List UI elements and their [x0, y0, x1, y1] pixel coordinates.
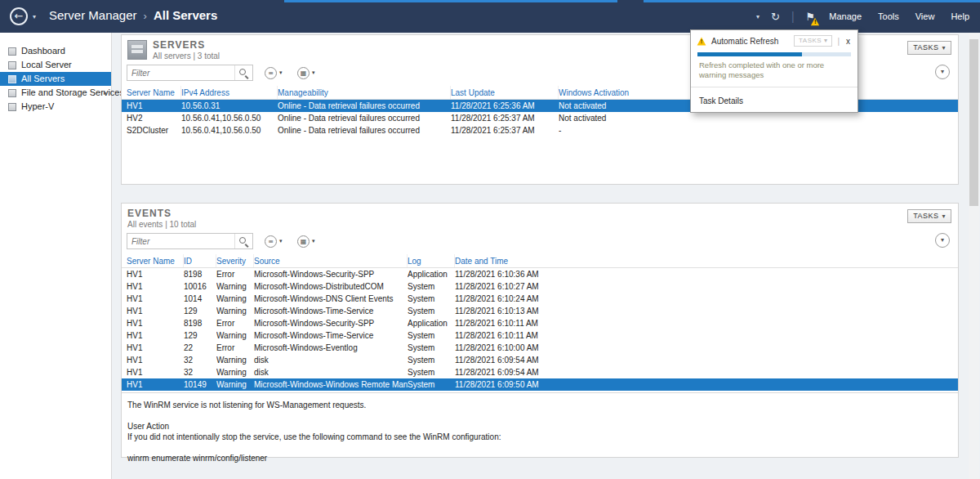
- table-cell-server_name: HV1: [127, 366, 184, 378]
- table-cell-log: System: [408, 366, 455, 378]
- table-cell-id: 1014: [184, 293, 216, 305]
- notification-flag-icon[interactable]: ⚑: [806, 11, 816, 23]
- table-row[interactable]: HV210.56.0.41,10.56.0.50Online - Data re…: [122, 112, 958, 124]
- table-cell-activation: -: [559, 124, 958, 137]
- table-cell-source: Microsoft-Windows-DistributedCOM: [254, 280, 408, 293]
- search-icon[interactable]: [234, 234, 252, 248]
- file-storage-icon: [8, 89, 16, 97]
- refresh-icon[interactable]: ↻: [771, 11, 780, 23]
- table-row[interactable]: HV1129WarningMicrosoft-Windows-Time-Serv…: [122, 329, 958, 342]
- notification-tasks-button[interactable]: TASKS ▾: [794, 35, 832, 47]
- table-cell-source: Microsoft-Windows-Windows Remote Managem…: [254, 378, 408, 391]
- notifications-chevron-icon[interactable]: ▾: [756, 13, 760, 20]
- servers-collapse-button[interactable]: ▾: [935, 65, 950, 79]
- servers-panel-subtitle: All servers | 3 total: [153, 51, 220, 60]
- table-cell-id: 10016: [184, 280, 216, 293]
- warning-icon: [697, 37, 706, 45]
- events-table-header: Server Name ID Severity Source Log Date …: [122, 254, 958, 268]
- table-cell-log: System: [408, 354, 455, 366]
- table-cell-last_update: 11/28/2021 6:25:36 AM: [451, 100, 559, 112]
- server-manager-window: ← ▾ Server Manager›All Servers ▾ ↻ | ⚑ M…: [0, 0, 980, 479]
- sidebar-item-file-storage-services[interactable]: File and Storage Services ▸: [0, 86, 111, 100]
- menu-manage[interactable]: Manage: [826, 10, 864, 23]
- servers-tasks-button[interactable]: TASKS▾: [907, 41, 951, 55]
- saved-filters-button[interactable]: ≡ ▾: [262, 65, 285, 81]
- refresh-progress-bar: [697, 52, 851, 56]
- saved-filters-button[interactable]: ≡ ▾: [262, 233, 285, 249]
- close-icon[interactable]: x: [844, 37, 852, 46]
- table-row[interactable]: S2DCluster10.56.0.41,10.56.0.50Online - …: [122, 124, 958, 137]
- notification-message: Refresh completed with one or more warni…: [691, 60, 842, 87]
- search-icon[interactable]: [234, 65, 252, 80]
- column-header-server-name[interactable]: Server Name: [127, 86, 181, 99]
- events-filter-input[interactable]: [127, 234, 234, 248]
- table-row[interactable]: HV110149WarningMicrosoft-Windows-Windows…: [122, 378, 958, 391]
- topbar-actions: ▾ ↻ | ⚑ Manage Tools View Help: [756, 0, 972, 33]
- task-details-link[interactable]: Task Details: [699, 96, 743, 105]
- table-row[interactable]: HV1129WarningMicrosoft-Windows-Time-Serv…: [122, 305, 958, 317]
- chevron-down-icon: ▾: [942, 44, 946, 51]
- grid-icon: ▦: [297, 67, 310, 79]
- column-header-date-time[interactable]: Date and Time: [455, 254, 958, 267]
- table-cell-source: disk: [254, 366, 408, 378]
- event-detail-command: winrm enumerate winrm/config/listener: [127, 453, 952, 463]
- events-collapse-button[interactable]: ▾: [935, 233, 950, 248]
- table-row[interactable]: HV132WarningdiskSystem11/28/2021 6:09:54…: [122, 366, 958, 378]
- grouping-options-button[interactable]: ▦ ▾: [295, 65, 318, 81]
- table-row[interactable]: HV122ErrorMicrosoft-Windows-EventlogSyst…: [122, 342, 958, 354]
- events-filter: [127, 233, 253, 249]
- chevron-down-icon: ▾: [279, 69, 283, 76]
- grouping-options-button[interactable]: ▦ ▾: [295, 233, 318, 249]
- table-cell-server_name: HV1: [127, 378, 184, 391]
- table-cell-server_name: HV1: [127, 100, 181, 112]
- table-cell-datetime: 11/28/2021 6:10:00 AM: [455, 342, 958, 354]
- table-cell-server_name: HV1: [127, 268, 184, 280]
- column-header-severity[interactable]: Severity: [216, 254, 254, 267]
- menu-help[interactable]: Help: [948, 10, 972, 23]
- table-cell-datetime: 11/28/2021 6:10:11 AM: [455, 329, 958, 342]
- table-cell-severity: Warning: [216, 329, 254, 342]
- table-row[interactable]: HV18198ErrorMicrosoft-Windows-Security-S…: [122, 268, 958, 280]
- table-cell-source: Microsoft-Windows-Security-SPP: [254, 317, 408, 329]
- events-tasks-button[interactable]: TASKS▾: [907, 209, 951, 223]
- column-header-log[interactable]: Log: [408, 254, 455, 267]
- sidebar-item-dashboard[interactable]: Dashboard: [0, 44, 111, 58]
- table-row[interactable]: HV18198ErrorMicrosoft-Windows-Security-S…: [122, 317, 958, 329]
- servers-filter-input[interactable]: [127, 65, 234, 80]
- table-cell-log: System: [408, 378, 455, 391]
- all-servers-icon: [8, 75, 16, 83]
- nav-history-chevron-icon[interactable]: ▾: [33, 13, 36, 20]
- sidebar-item-hyper-v[interactable]: Hyper-V: [0, 100, 111, 114]
- menu-tools[interactable]: Tools: [875, 10, 902, 23]
- column-header-source[interactable]: Source: [254, 254, 408, 267]
- scrollbar-thumb[interactable]: [969, 39, 978, 206]
- table-row[interactable]: HV11014WarningMicrosoft-Windows-DNS Clie…: [122, 293, 958, 305]
- column-header-id[interactable]: ID: [184, 254, 216, 267]
- magnifier-glyph: [239, 237, 246, 244]
- servers-filter: [127, 65, 253, 81]
- event-detail-instruction: If you did not intentionally stop the se…: [127, 432, 952, 442]
- table-cell-last_update: 11/28/2021 6:25:37 AM: [451, 124, 559, 137]
- table-cell-datetime: 11/28/2021 6:10:13 AM: [455, 305, 958, 317]
- expand-chevron-icon[interactable]: ▸: [104, 86, 107, 100]
- table-cell-id: 8198: [184, 268, 216, 280]
- sidebar-item-all-servers[interactable]: All Servers: [0, 72, 111, 86]
- sidebar-item-local-server[interactable]: Local Server: [0, 58, 111, 72]
- table-row[interactable]: HV132WarningdiskSystem11/28/2021 6:09:54…: [122, 354, 958, 366]
- table-cell-datetime: 11/28/2021 6:10:36 AM: [455, 268, 958, 280]
- table-cell-severity: Error: [216, 342, 254, 354]
- vertical-scrollbar[interactable]: [969, 33, 979, 479]
- breadcrumb-root[interactable]: Server Manager: [49, 8, 137, 22]
- table-cell-id: 10149: [184, 378, 216, 391]
- back-button[interactable]: ←: [10, 7, 28, 25]
- column-header-last-update[interactable]: Last Update: [451, 86, 559, 99]
- grid-icon: ▦: [297, 235, 310, 248]
- column-header-server-name[interactable]: Server Name: [127, 254, 184, 267]
- sidebar: Dashboard Local Server All Servers File …: [0, 33, 112, 479]
- table-cell-server_name: HV1: [127, 342, 184, 354]
- column-header-ipv4[interactable]: IPv4 Address: [181, 86, 278, 99]
- hyper-v-icon: [8, 103, 16, 111]
- menu-view[interactable]: View: [913, 10, 938, 23]
- column-header-manageability[interactable]: Manageability: [278, 86, 451, 99]
- table-row[interactable]: HV110016WarningMicrosoft-Windows-Distrib…: [122, 280, 958, 293]
